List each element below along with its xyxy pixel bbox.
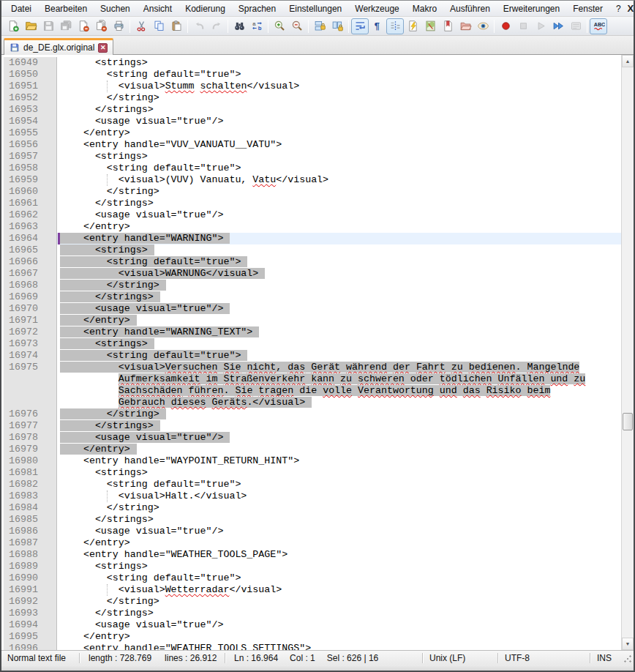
document-list-button[interactable] bbox=[439, 18, 456, 34]
menu-erweiterungen[interactable]: Erweiterungen bbox=[497, 1, 566, 16]
code-text[interactable]: <strings> bbox=[57, 467, 621, 479]
open-file-button[interactable] bbox=[22, 18, 40, 34]
code-text[interactable]: <visual>Halt.</visual> bbox=[57, 490, 621, 502]
close-all-button[interactable] bbox=[92, 18, 110, 34]
menu-einstellungen[interactable]: Einstellungen bbox=[282, 1, 348, 16]
menu-datei[interactable]: Datei bbox=[4, 1, 38, 16]
code-line[interactable]: 16985 </strings> bbox=[4, 514, 621, 526]
code-text[interactable]: <usage visual="true"/> bbox=[57, 619, 621, 631]
macro-run-multiple-button[interactable] bbox=[549, 18, 567, 34]
code-line[interactable]: 16968 </string> bbox=[4, 280, 621, 291]
menu-sprachen[interactable]: Sprachen bbox=[232, 1, 282, 16]
code-line[interactable]: 16965 <strings> bbox=[4, 244, 621, 256]
menu-bearbeiten[interactable]: Bearbeiten bbox=[38, 1, 94, 16]
code-line[interactable]: 16984 </string> bbox=[4, 502, 621, 514]
code-line[interactable]: 16996 <entry handle="WEATHER_TOOLS_SETTI… bbox=[4, 643, 621, 650]
code-text[interactable]: <usage visual="true"/> bbox=[57, 303, 621, 315]
document-map-button[interactable] bbox=[421, 18, 439, 34]
code-line[interactable]: 16957 <strings> bbox=[4, 151, 621, 163]
code-text[interactable]: <strings> bbox=[57, 338, 621, 350]
code-line[interactable]: 16993 </strings> bbox=[4, 608, 621, 619]
sync-vertical-scrolling-button[interactable] bbox=[311, 18, 328, 34]
code-text[interactable]: <string default="true"> bbox=[57, 350, 621, 362]
code-line[interactable]: 16963 </entry> bbox=[4, 221, 621, 233]
status-encoding[interactable]: UTF-8 bbox=[499, 651, 590, 665]
code-text[interactable]: </string> bbox=[57, 502, 621, 514]
code-text[interactable]: <string default="true"> bbox=[57, 572, 621, 584]
code-text[interactable]: <visual>(VUV) Vanuatu, Vatu</visual> bbox=[57, 174, 621, 186]
word-wrap-button[interactable] bbox=[351, 18, 369, 34]
code-text[interactable]: <visual>Versuchen Sie nicht, das Gerät w… bbox=[57, 362, 621, 373]
code-text[interactable]: <strings> bbox=[57, 57, 621, 69]
code-text[interactable]: <usage visual="true"/> bbox=[57, 432, 621, 444]
code-text[interactable]: <strings> bbox=[57, 151, 621, 163]
close-file-button[interactable] bbox=[75, 18, 92, 34]
code-text[interactable]: </entry> bbox=[57, 537, 621, 549]
code-line[interactable]: 16960 </string> bbox=[4, 186, 621, 198]
document-close-x[interactable]: X bbox=[628, 3, 634, 14]
status-eol-format[interactable]: Unix (LF) bbox=[424, 651, 497, 665]
cut-button[interactable] bbox=[132, 18, 150, 34]
tab-de-de-glx-original[interactable]: de_DE.glx.original ✕ bbox=[4, 38, 113, 55]
code-line[interactable]: 16955 </entry> bbox=[4, 127, 621, 139]
code-line[interactable]: 16953 </strings> bbox=[4, 104, 621, 116]
code-text[interactable]: <strings> bbox=[57, 561, 621, 572]
zoom-in-button[interactable] bbox=[271, 18, 288, 34]
menu-?[interactable]: ? bbox=[609, 1, 628, 16]
code-line[interactable]: 16969 </strings> bbox=[4, 291, 621, 303]
scrollbar-thumb[interactable] bbox=[623, 413, 633, 430]
code-text[interactable]: </string> bbox=[57, 408, 621, 420]
paste-button[interactable] bbox=[168, 18, 185, 34]
code-text[interactable]: <visual>Stumm schalten</visual> bbox=[57, 81, 621, 92]
indent-guide-button[interactable] bbox=[386, 18, 404, 34]
code-line[interactable]: 16972 <entry handle="WARNING_TEXT"> bbox=[4, 326, 621, 338]
status-insert-mode[interactable]: INS bbox=[591, 651, 614, 665]
replace-button[interactable] bbox=[248, 18, 266, 34]
code-line[interactable]: 16970 <usage visual="true"/> bbox=[4, 303, 621, 315]
copy-button[interactable] bbox=[150, 18, 168, 34]
code-line[interactable]: 16978 <usage visual="true"/> bbox=[4, 432, 621, 444]
code-text[interactable]: <entry handle="WEATHER_TOOLS_SETTINGS"> bbox=[57, 643, 621, 650]
code-text[interactable]: </entry> bbox=[57, 631, 621, 643]
code-line[interactable]: 16983 <visual>Halt.</visual> bbox=[4, 490, 621, 502]
menu-werkzeuge[interactable]: Werkzeuge bbox=[348, 1, 405, 16]
code-line[interactable]: 16949 <strings> bbox=[4, 57, 621, 69]
find-button[interactable] bbox=[230, 18, 248, 34]
code-text[interactable]: <entry handle="WARNING_TEXT"> bbox=[57, 326, 621, 338]
show-all-characters-button[interactable] bbox=[369, 18, 386, 34]
code-text[interactable]: <strings> bbox=[57, 244, 621, 256]
code-line[interactable]: Sachschäden führen. Sie tragen die volle… bbox=[4, 385, 621, 397]
scroll-up-arrow-icon[interactable]: ▲ bbox=[622, 55, 634, 67]
code-text[interactable]: </strings> bbox=[57, 608, 621, 619]
code-line[interactable]: 16954 <usage visual="true"/> bbox=[4, 116, 621, 127]
code-line[interactable]: 16981 <strings> bbox=[4, 467, 621, 479]
code-line[interactable]: 16950 <string default="true"> bbox=[4, 69, 621, 81]
editor-rows[interactable]: 16949 <strings>16950 <string default="tr… bbox=[4, 55, 621, 650]
menu-makro[interactable]: Makro bbox=[406, 1, 443, 16]
code-line[interactable]: 16971 </entry> bbox=[4, 315, 621, 326]
code-line[interactable]: 16952 </string> bbox=[4, 92, 621, 104]
zoom-out-button[interactable] bbox=[288, 18, 306, 34]
code-text[interactable]: </entry> bbox=[57, 127, 621, 139]
code-line[interactable]: 16992 </string> bbox=[4, 596, 621, 608]
code-line[interactable]: 16982 <string default="true"> bbox=[4, 479, 621, 490]
code-text[interactable]: Gebrauch dieses Geräts.</visual> bbox=[57, 397, 621, 408]
code-text[interactable]: <string default="true"> bbox=[57, 256, 621, 268]
code-text[interactable]: <usage visual="true"/> bbox=[57, 116, 621, 127]
folder-as-workspace-button[interactable] bbox=[456, 18, 474, 34]
code-line[interactable]: 16958 <string default="true"> bbox=[4, 163, 621, 174]
code-text[interactable]: <usage visual="true"/> bbox=[57, 526, 621, 537]
code-line[interactable]: 16989 <strings> bbox=[4, 561, 621, 572]
code-text[interactable]: </entry> bbox=[57, 221, 621, 233]
code-text[interactable]: Sachschäden führen. Sie tragen die volle… bbox=[57, 385, 621, 397]
code-line[interactable]: 16951 <visual>Stumm schalten</visual> bbox=[4, 81, 621, 92]
code-line[interactable]: 16987 </entry> bbox=[4, 537, 621, 549]
code-line[interactable]: 16974 <string default="true"> bbox=[4, 350, 621, 362]
function-list-button[interactable] bbox=[404, 18, 421, 34]
code-line[interactable]: 16966 <string default="true"> bbox=[4, 256, 621, 268]
code-text[interactable]: <entry handle="WAYPOINT_RETURN_HINT"> bbox=[57, 455, 621, 467]
menu-ansicht[interactable]: Ansicht bbox=[137, 1, 179, 16]
code-text[interactable]: </string> bbox=[57, 92, 621, 104]
code-text[interactable]: </string> bbox=[57, 280, 621, 291]
new-file-button[interactable] bbox=[4, 18, 22, 34]
